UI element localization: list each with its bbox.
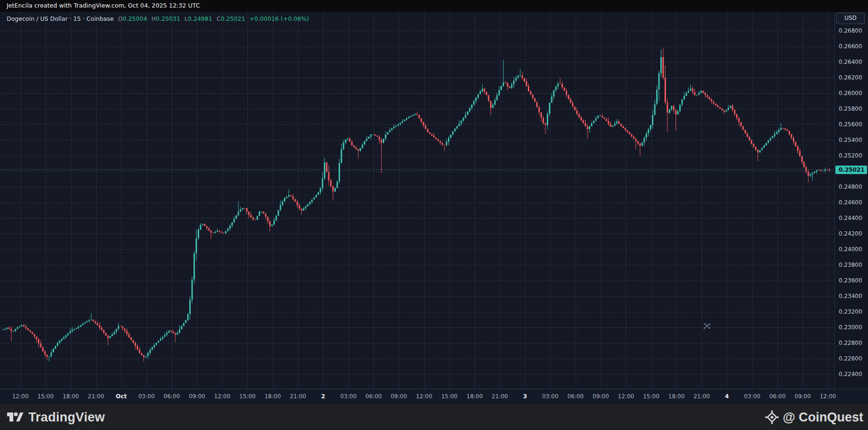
time-label-major: 4 (725, 393, 729, 400)
time-label: 21:00 (693, 393, 710, 400)
brand-text: TradingView (28, 410, 105, 425)
price-label: 0.24400 (839, 214, 862, 222)
time-label: 06:00 (567, 393, 584, 400)
time-label: 21:00 (88, 393, 105, 400)
time-label: 21:00 (290, 393, 307, 400)
price-label: 0.26000 (839, 89, 862, 97)
time-label: 18:00 (264, 393, 281, 400)
price-label: 0.22600 (839, 355, 862, 362)
price-label: 0.24800 (839, 183, 862, 191)
currency-button[interactable]: USD (836, 13, 865, 24)
price-label: 0.25400 (839, 136, 862, 144)
ohlc-group: O0.25004 (118, 15, 147, 22)
price-label: 0.26600 (839, 43, 862, 50)
time-axis[interactable]: 12:0015:0018:0021:00Oct03:0006:0009:0012… (0, 389, 868, 405)
price-chart-canvas[interactable] (0, 12, 834, 389)
attribution-text: JetEncila created with TradingView.com, … (7, 2, 200, 9)
time-label: 03:00 (340, 393, 357, 400)
time-label: 15:00 (239, 393, 256, 400)
coinquest-credit: @ CoinQuest (765, 410, 863, 425)
price-label: 0.22400 (839, 370, 862, 378)
time-label-major: Oct (116, 393, 127, 400)
current-price-badge: 0.25021 (835, 166, 867, 174)
time-label: 12:00 (416, 393, 432, 400)
price-axis[interactable]: USD 0.268000.266000.264000.262000.260000… (834, 12, 868, 389)
price-label: 0.26200 (839, 74, 862, 81)
price-label: 0.26400 (839, 58, 862, 66)
price-label: 0.26800 (839, 27, 862, 35)
time-label: 15:00 (643, 393, 659, 400)
chart-region: Dogecoin / US Dollar · 15 · CoinbaseO0.2… (0, 12, 868, 404)
reset-scale-icon[interactable] (703, 322, 711, 331)
coinquest-icon (765, 410, 779, 424)
tradingview-logo[interactable]: TradingView (6, 410, 105, 424)
price-label: 0.25200 (839, 152, 862, 159)
ohlc-value: 0.25004 (123, 15, 147, 22)
price-label: 0.24000 (839, 246, 862, 253)
ohlc-group: H0.25031 (151, 15, 180, 22)
ohlc-value: 0.24981 (188, 15, 212, 22)
time-label: 03:00 (542, 393, 559, 400)
ohlc-group: C0.25021 (217, 15, 245, 22)
ohlc-group: L0.24981 (184, 15, 212, 22)
price-label: 0.25600 (839, 121, 862, 128)
ohlc-label: H (151, 15, 156, 22)
change-value: +0.00016 (+0.06%) (249, 15, 309, 22)
time-label: 12:00 (618, 393, 634, 400)
price-label: 0.23600 (839, 277, 862, 284)
time-label: 09:00 (593, 393, 609, 400)
price-label: 0.24600 (839, 199, 862, 206)
tradingview-logo-icon (6, 410, 24, 424)
symbol-title: Dogecoin / US Dollar · 15 · Coinbase (7, 15, 114, 22)
time-label: 06:00 (164, 393, 180, 400)
credit-text: @ CoinQuest (783, 410, 863, 425)
time-label: 18:00 (62, 393, 79, 400)
time-label: 15:00 (37, 393, 54, 400)
ohlc-value: 0.25031 (156, 15, 180, 22)
attribution-bar: JetEncila created with TradingView.com, … (0, 0, 868, 12)
time-label: 12:00 (820, 393, 836, 400)
time-label-major: 2 (321, 393, 325, 400)
time-label: 06:00 (769, 393, 786, 400)
time-label: 09:00 (189, 393, 205, 400)
price-label: 0.23400 (839, 292, 862, 300)
time-label: 18:00 (668, 393, 685, 400)
time-label-major: 3 (523, 393, 527, 400)
price-label: 0.22800 (839, 339, 862, 347)
ohlc-value: 0.25021 (220, 15, 245, 22)
chart-header: Dogecoin / US Dollar · 15 · CoinbaseO0.2… (7, 15, 309, 22)
candles (2, 48, 830, 361)
time-label: 15:00 (441, 393, 458, 400)
time-label: 21:00 (491, 393, 508, 400)
time-label: 03:00 (138, 393, 155, 400)
price-label: 0.24200 (839, 230, 862, 237)
footer-bar: TradingView @ CoinQuest (0, 404, 868, 430)
time-label: 06:00 (366, 393, 382, 400)
time-label: 09:00 (391, 393, 407, 400)
price-label: 0.23000 (839, 324, 862, 331)
time-label: 12:00 (12, 393, 29, 400)
ohlc-label: L (184, 15, 188, 22)
price-label: 0.25800 (839, 105, 862, 113)
ohlc-readout: O0.25004H0.25031L0.24981C0.25021 (114, 15, 245, 22)
price-label: 0.23200 (839, 308, 862, 316)
time-label: 12:00 (214, 393, 231, 400)
grid-lines (0, 12, 834, 389)
time-label: 18:00 (466, 393, 483, 400)
time-label: 03:00 (744, 393, 761, 400)
time-label: 09:00 (795, 393, 811, 400)
ohlc-label: O (118, 15, 123, 22)
price-label: 0.23800 (839, 261, 862, 269)
